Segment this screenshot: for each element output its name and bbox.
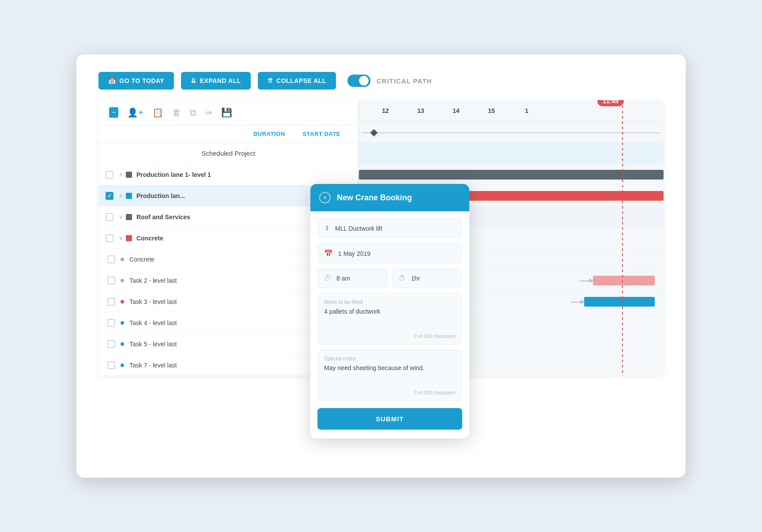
app-container: 📅 GO TO TODAY ⇊ EXPAND ALL ⇈ COLLAPSE AL… bbox=[76, 54, 686, 478]
time-field[interactable]: ⏱ 8 am bbox=[317, 269, 388, 288]
lift-field[interactable]: ⬆ MLL Ductwork lift bbox=[317, 218, 462, 238]
add-person-icon[interactable]: 👤+ bbox=[127, 107, 143, 118]
critical-path-label: CRITICAL PATH bbox=[377, 77, 432, 85]
expand-all-button[interactable]: ⇊ EXPAND ALL bbox=[181, 72, 250, 90]
save-icon[interactable]: 💾 bbox=[221, 107, 232, 118]
column-headers: DURATION START DATE bbox=[98, 125, 358, 143]
gantt-header: 11:45 12 13 14 15 1 bbox=[359, 100, 664, 122]
bullet-indicator bbox=[121, 342, 124, 346]
modal-title: New Crane Booking bbox=[337, 193, 412, 202]
task-checkbox[interactable] bbox=[107, 340, 115, 348]
calendar-icon: 📅 bbox=[324, 249, 333, 258]
minus-icon[interactable]: − bbox=[109, 107, 118, 118]
collapse-icon: ⇈ bbox=[268, 77, 273, 84]
task-checkbox[interactable] bbox=[107, 277, 115, 285]
items-lifted-section[interactable]: Items to be lifted 4 pallets of ductwork… bbox=[317, 293, 462, 345]
task-checkbox[interactable] bbox=[107, 298, 115, 306]
submit-button[interactable]: SUBMIT bbox=[317, 408, 462, 430]
close-icon: × bbox=[323, 194, 327, 201]
lift-value: MLL Ductwork lift bbox=[335, 225, 382, 232]
day-number: 13 bbox=[403, 107, 438, 114]
main-content: − 👤+ 📋 🗑 ⧉ ⇒ 💾 DURATION START DATE Sched… bbox=[98, 100, 664, 376]
duration-icon: ⏱ bbox=[399, 274, 406, 282]
task-checkbox[interactable] bbox=[106, 171, 113, 179]
expand-icon: ⇊ bbox=[191, 77, 196, 84]
main-toolbar: 📅 GO TO TODAY ⇊ EXPAND ALL ⇈ COLLAPSE AL… bbox=[98, 72, 664, 90]
arrow-head bbox=[581, 300, 584, 304]
gantt-bar-pink bbox=[593, 276, 655, 285]
new-crane-booking-modal: × New Crane Booking ⬆ MLL Ductwork lift … bbox=[310, 184, 469, 438]
duration-field[interactable]: ⏱ 1hr bbox=[392, 269, 462, 288]
notes-char-count: 0 of 280 characters bbox=[324, 390, 456, 395]
chevron-down-icon[interactable]: ∨ bbox=[119, 235, 123, 241]
modal-close-button[interactable]: × bbox=[319, 192, 331, 203]
task-name: Concrete bbox=[136, 235, 324, 242]
time-duration-row: ⏱ 8 am ⏱ 1hr bbox=[317, 269, 462, 288]
task-checkbox[interactable] bbox=[106, 213, 113, 221]
gantt-row bbox=[359, 143, 664, 164]
task-name: Production lan... bbox=[136, 192, 316, 199]
task-name: Production lane 1- level 1 bbox=[136, 171, 351, 178]
collapse-all-button[interactable]: ⇈ COLLAPSE ALL bbox=[258, 72, 336, 90]
notes-value: May need sheeting because of wind. bbox=[324, 364, 456, 386]
bullet-indicator bbox=[121, 258, 124, 261]
bullet-indicator bbox=[121, 363, 124, 367]
submit-label: SUBMIT bbox=[376, 415, 404, 423]
duration-value: 1hr bbox=[411, 275, 420, 282]
chevron-up-icon[interactable]: ∧ bbox=[119, 192, 123, 199]
time-value: 8 am bbox=[336, 275, 350, 282]
delete-icon[interactable]: 🗑 bbox=[172, 108, 181, 118]
items-value: 4 pallets of ductwork bbox=[324, 308, 456, 330]
export-icon[interactable]: ⇒ bbox=[205, 107, 212, 118]
modal-header: × New Crane Booking bbox=[310, 184, 469, 211]
gantt-day-numbers: 12 13 14 15 1 bbox=[368, 107, 544, 114]
arrow-head bbox=[589, 278, 593, 283]
task-color-indicator bbox=[126, 214, 132, 220]
time-icon: ⏱ bbox=[324, 274, 331, 282]
time-marker: 11:45 bbox=[597, 100, 624, 106]
go-to-today-label: GO TO TODAY bbox=[120, 77, 165, 84]
expand-all-label: EXPAND ALL bbox=[200, 77, 241, 84]
start-date-header: START DATE bbox=[303, 125, 340, 142]
task-checkbox[interactable] bbox=[106, 234, 113, 242]
chevron-down-icon[interactable]: ∨ bbox=[119, 214, 123, 220]
milestone-diamond bbox=[370, 129, 378, 136]
gantt-row bbox=[359, 122, 664, 143]
current-time-line bbox=[622, 100, 623, 376]
lift-icon: ⬆ bbox=[324, 224, 330, 232]
gantt-bar-dark bbox=[359, 170, 664, 180]
chevron-up-icon[interactable]: ∧ bbox=[119, 171, 123, 178]
task-color-indicator bbox=[126, 235, 132, 241]
critical-path-toggle-area: CRITICAL PATH bbox=[347, 75, 432, 87]
task-checkbox[interactable] bbox=[106, 192, 113, 200]
left-panel-toolbar: − 👤+ 📋 🗑 ⧉ ⇒ 💾 bbox=[98, 100, 358, 125]
table-row: ∧ Production lane 1- level 1 bbox=[98, 164, 358, 185]
items-char-count: 0 of 280 characters bbox=[324, 333, 456, 339]
gantt-row bbox=[359, 164, 664, 185]
duration-header: DURATION bbox=[253, 125, 285, 142]
bullet-indicator bbox=[121, 279, 124, 282]
day-number: 15 bbox=[474, 107, 509, 114]
collapse-all-label: COLLAPSE ALL bbox=[276, 77, 326, 84]
go-to-today-button[interactable]: 📅 GO TO TODAY bbox=[98, 72, 174, 90]
project-row: Scheduled Project bbox=[98, 143, 358, 164]
gantt-bar-blue bbox=[584, 297, 655, 307]
date-field[interactable]: 📅 1 May 2019 bbox=[317, 244, 462, 263]
bullet-indicator bbox=[121, 321, 124, 325]
critical-path-toggle[interactable] bbox=[347, 75, 370, 87]
modal-body: ⬆ MLL Ductwork lift 📅 1 May 2019 ⏱ 8 am bbox=[310, 211, 469, 438]
task-checkbox[interactable] bbox=[107, 319, 115, 327]
date-value: 1 May 2019 bbox=[338, 250, 370, 257]
day-number: 14 bbox=[438, 107, 474, 114]
task-checkbox[interactable] bbox=[107, 255, 115, 263]
copy-icon[interactable]: ⧉ bbox=[190, 108, 196, 118]
calendar-icon: 📅 bbox=[108, 77, 116, 84]
notes-label: Special notes bbox=[324, 356, 456, 362]
bullet-indicator bbox=[121, 300, 124, 303]
task-color-indicator bbox=[126, 193, 132, 199]
special-notes-section[interactable]: Special notes May need sheeting because … bbox=[317, 350, 462, 401]
calendar-task-icon[interactable]: 📋 bbox=[152, 107, 163, 118]
day-number: 1 bbox=[509, 107, 544, 114]
gantt-timeline-line bbox=[362, 132, 660, 133]
task-checkbox[interactable] bbox=[107, 361, 115, 369]
